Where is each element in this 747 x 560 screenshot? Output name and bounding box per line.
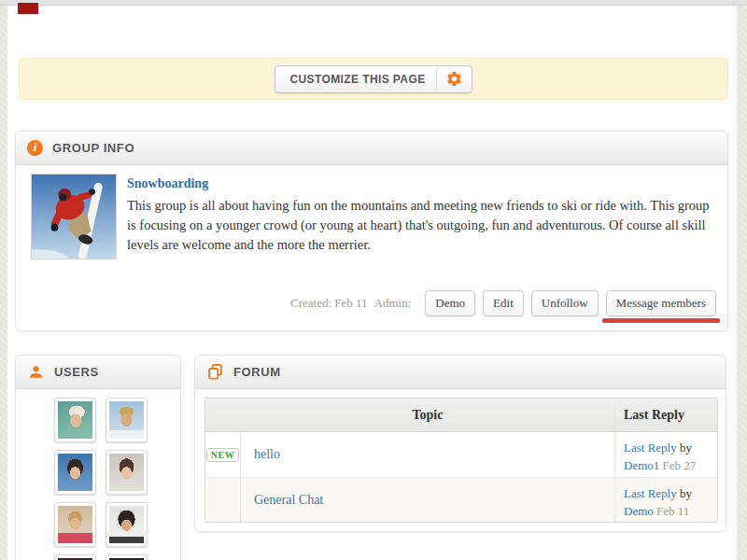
annotation-marker bbox=[18, 3, 38, 14]
group-info-header: i GROUP INFO bbox=[16, 132, 727, 165]
unfollow-button[interactable]: Unfollow bbox=[531, 290, 599, 316]
user-avatar-5[interactable] bbox=[54, 502, 96, 547]
group-description-block: Snowboarding This group is all about hav… bbox=[127, 175, 717, 255]
avatar-photo bbox=[58, 454, 92, 491]
users-avatar-grid bbox=[54, 398, 148, 560]
group-meta-row: Created: Feb 11 Admin: Demo Edit Unfollo… bbox=[290, 290, 716, 316]
group-description: This group is all about having fun on th… bbox=[127, 196, 717, 255]
topic-column-header: Topic bbox=[241, 408, 614, 423]
customize-banner: CUSTOMIZE THIS PAGE bbox=[19, 58, 728, 100]
reply-user-link[interactable]: Demo bbox=[624, 504, 654, 518]
message-members-label: Message members bbox=[616, 296, 706, 310]
avatar-photo bbox=[58, 401, 92, 439]
topic-link-general-chat[interactable]: General Chat bbox=[254, 493, 323, 508]
new-badge: NEW bbox=[206, 448, 239, 462]
user-avatar-2[interactable] bbox=[106, 398, 148, 442]
last-reply-link[interactable]: Last Reply bbox=[624, 441, 677, 455]
info-icon: i bbox=[27, 140, 43, 156]
group-title-link[interactable]: Snowboarding bbox=[127, 176, 208, 191]
forum-table: Topic Last Reply NEW hello Last Reply by… bbox=[204, 398, 718, 523]
users-title: USERS bbox=[54, 365, 99, 379]
admin-label: Admin: bbox=[374, 296, 412, 311]
user-avatar-8[interactable] bbox=[106, 554, 148, 560]
customize-page-label: CUSTOMIZE THIS PAGE bbox=[289, 73, 425, 86]
forum-title: FORUM bbox=[233, 365, 281, 379]
by-label: by bbox=[680, 441, 692, 455]
last-reply-cell: Last Reply by Demo1 Feb 27 bbox=[614, 432, 717, 477]
gear-icon[interactable] bbox=[445, 70, 463, 88]
avatar-photo bbox=[109, 401, 144, 439]
forum-table-header: Topic Last Reply bbox=[205, 399, 717, 432]
last-reply-link[interactable]: Last Reply bbox=[624, 486, 677, 500]
user-avatar-3[interactable] bbox=[54, 450, 96, 495]
avatar-photo bbox=[109, 506, 144, 543]
user-avatar-6[interactable] bbox=[106, 502, 148, 547]
user-avatar-7[interactable] bbox=[54, 554, 96, 560]
last-reply-column-header: Last Reply bbox=[614, 406, 717, 424]
message-members-button[interactable]: Message members bbox=[606, 290, 716, 316]
group-info-panel: i GROUP INFO Snowboarding This group bbox=[15, 131, 728, 331]
group-photo[interactable] bbox=[31, 174, 117, 259]
last-reply-cell: Last Reply by Demo Feb 11 bbox=[614, 478, 717, 522]
avatar-photo bbox=[58, 506, 92, 543]
reply-user-link[interactable]: Demo1 bbox=[624, 458, 659, 472]
reply-date: Feb 27 bbox=[663, 458, 697, 472]
badge-cell-empty bbox=[205, 478, 241, 522]
by-label: by bbox=[680, 486, 692, 500]
forum-topic-row: General Chat Last Reply by Demo Feb 11 bbox=[205, 477, 717, 522]
users-panel: USERS bbox=[15, 355, 181, 560]
forum-panel: FORUM Topic Last Reply NEW hello Last Re… bbox=[194, 355, 726, 532]
user-avatar-1[interactable] bbox=[54, 398, 96, 442]
topic-cell: General Chat bbox=[241, 478, 614, 522]
avatar-photo bbox=[109, 454, 144, 491]
customize-page-button[interactable]: CUSTOMIZE THIS PAGE bbox=[275, 65, 472, 93]
users-header: USERS bbox=[16, 356, 180, 389]
edit-button[interactable]: Edit bbox=[483, 290, 524, 316]
snowboarder-image bbox=[32, 175, 116, 259]
forum-pages-icon bbox=[206, 363, 224, 381]
user-avatar-4[interactable] bbox=[106, 450, 148, 495]
annotation-underline bbox=[602, 318, 720, 323]
topic-cell: hello bbox=[241, 432, 614, 477]
group-info-title: GROUP INFO bbox=[52, 141, 134, 155]
topic-link-hello[interactable]: hello bbox=[254, 447, 280, 462]
reply-date: Feb 11 bbox=[656, 504, 689, 518]
button-separator bbox=[436, 69, 437, 90]
new-badge-cell: NEW bbox=[205, 432, 241, 477]
forum-topic-row: NEW hello Last Reply by Demo1 Feb 27 bbox=[205, 432, 717, 477]
admin-user-button[interactable]: Demo bbox=[425, 290, 475, 316]
created-date: Created: Feb 11 bbox=[290, 296, 368, 311]
forum-header: FORUM bbox=[195, 356, 726, 389]
person-icon bbox=[27, 363, 45, 381]
